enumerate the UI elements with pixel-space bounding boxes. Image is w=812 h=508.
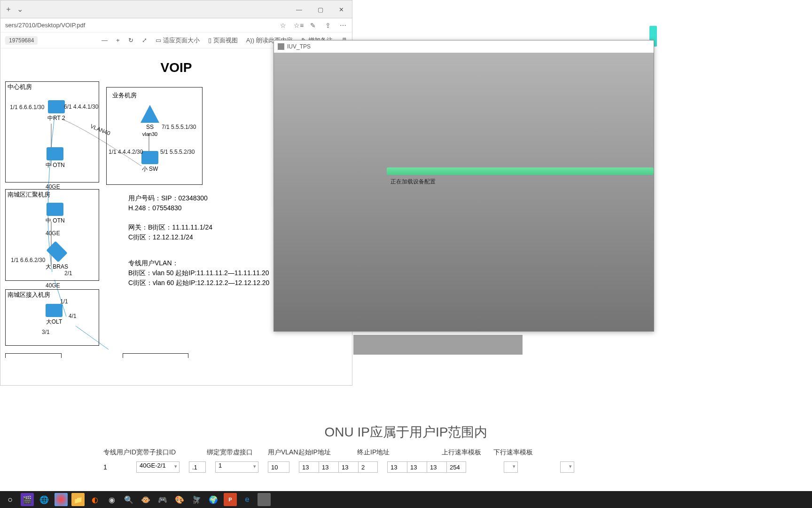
ip-bras-right: 2/1	[64, 270, 72, 277]
subif-dot-input[interactable]	[189, 461, 206, 473]
taskbar-app-icon[interactable]	[258, 493, 271, 506]
end-ip-input	[387, 461, 466, 473]
device-otn1: 中 OTN	[46, 147, 65, 169]
close-button[interactable]: ✕	[331, 0, 352, 18]
zoom-in-button[interactable]: +	[116, 37, 120, 44]
start-button[interactable]: ○	[4, 493, 17, 506]
start-ip-o3[interactable]	[338, 461, 358, 473]
uprate-select[interactable]	[504, 461, 518, 473]
end-ip-o1[interactable]	[387, 461, 407, 473]
share-icon[interactable]: ⇪	[324, 22, 332, 29]
ip-olt-1: 1/1	[60, 298, 68, 305]
taskbar-ppt-icon[interactable]: P	[224, 493, 237, 506]
hdr-up: 上行速率模板	[442, 448, 484, 457]
otn-icon	[47, 147, 63, 160]
otn-icon	[47, 203, 63, 216]
taskbar-chrome-icon[interactable]: 🌐	[38, 493, 51, 506]
pen-icon[interactable]: ✎	[309, 22, 317, 29]
ip-rt-right: 6/1 4.4.4.1/30	[64, 103, 98, 110]
config-header-row: 专线用户ID宽带子接口ID 绑定宽带虚接口 用户VLAN起始IP地址 终止IP地…	[9, 446, 803, 459]
favorites-icon[interactable]: ☆≡	[294, 22, 302, 29]
taskbar-gamepad-icon[interactable]: 🎮	[156, 493, 169, 506]
end-ip-o4[interactable]	[446, 461, 466, 473]
window-controls: — ▢ ✕	[289, 0, 352, 18]
tab-chevron-icon[interactable]: ⌄	[14, 4, 25, 15]
room-access-title: 南城区接入机房	[8, 291, 50, 299]
zoom-out-button[interactable]: —	[102, 37, 108, 44]
subif-select[interactable]: 40GE-2/1	[136, 461, 180, 473]
ip-ss-right: 7/1 5.5.5.1/30	[162, 124, 196, 130]
taskbar-clap-icon[interactable]: 🎬	[21, 493, 34, 506]
start-ip-o1[interactable]	[299, 461, 319, 473]
minimize-button[interactable]: —	[289, 0, 310, 18]
expand-button[interactable]: ⤢	[142, 37, 147, 44]
row-id: 1	[103, 463, 127, 471]
vlan-info-block: 专线用户VLAN： B街区：vlan 50 起始IP:11.11.11.2—11…	[128, 258, 269, 288]
end-ip-o2[interactable]	[407, 461, 427, 473]
hdr-end-ip: 终止IP地址	[357, 448, 432, 457]
downrate-select[interactable]	[560, 461, 574, 473]
address-bar: sers/27010/Desktop/VOIP.pdf ☆ ☆≡ ✎ ⇪ ⋯	[0, 18, 352, 32]
ip-bras-left: 1/1 6.6.6.2/30	[11, 257, 45, 263]
url-text[interactable]: sers/27010/Desktop/VOIP.pdf	[5, 22, 279, 29]
page-view-button[interactable]: ▯ 页面视图	[208, 36, 238, 45]
dialog-title: IUV_TPS	[287, 43, 311, 50]
ip-rt-left: 1/1 6.6.6.1/30	[10, 104, 44, 111]
rotate-button[interactable]: ↻	[128, 37, 133, 44]
device-olt: 大OLT	[46, 304, 62, 326]
taskbar-steam-icon[interactable]: ◉	[105, 493, 118, 506]
hdr-bind: 绑定宽带虚接口	[207, 448, 258, 457]
ip-sw-right: 5/1 5.5.5.2/30	[160, 149, 195, 155]
gateway-info-block: 网关：B街区：11.11.11.1/24 C街区：12.12.12.1/24	[128, 222, 212, 242]
hdr-down: 下行速率模板	[493, 448, 536, 457]
taskbar: ○ 🎬 🌐 📁 ◐ ◉ 🔍 🐵 🎮 🎨 🪰 🌍 P e	[0, 491, 812, 508]
room-biz-title: 业务机房	[112, 91, 137, 100]
taskbar-blender-icon[interactable]: ◐	[88, 493, 102, 506]
maximize-button[interactable]: ▢	[310, 0, 331, 18]
config-note: ONU IP应属于用户IP范围内	[9, 423, 803, 441]
taskbar-search-icon[interactable]: 🔍	[122, 493, 135, 506]
progress-status: 正在加载设备配置	[390, 178, 436, 186]
user-info-block: 用户号码：SIP：02348300 H.248：07554830	[128, 193, 208, 213]
device-sw: 小 SW	[141, 151, 158, 173]
grey-panel-fragment	[353, 335, 523, 355]
taskbar-fly-icon[interactable]: 🪰	[190, 493, 203, 506]
dialog-titlebar[interactable]: IUV_TPS	[274, 40, 654, 53]
taskbar-monkey-icon[interactable]: 🐵	[139, 493, 152, 506]
taskbar-files-icon[interactable]: 📁	[71, 493, 85, 506]
device-ss: SS vlan30	[141, 105, 159, 137]
hdr-userid: 专线用户ID宽带子接口ID	[103, 448, 197, 457]
device-rt2: 中RT 2	[47, 100, 65, 122]
olt-icon	[46, 304, 62, 317]
config-panel: ONU IP应属于用户IP范围内 专线用户ID宽带子接口ID 绑定宽带虚接口 用…	[0, 423, 812, 475]
loading-dialog: IUV_TPS 正在加载设备配置	[273, 40, 654, 332]
ip-olt-4: 4/1	[69, 313, 77, 319]
start-ip-o4[interactable]	[358, 461, 378, 473]
fit-page-button[interactable]: ▭ 适应页面大小	[156, 36, 200, 45]
app-icon	[278, 43, 284, 50]
taskbar-edge-icon[interactable]: e	[241, 493, 254, 506]
progress-bar	[387, 167, 654, 175]
taskbar-globe-icon[interactable]: 🌍	[207, 493, 220, 506]
device-bras: 大 BRAS	[46, 245, 68, 271]
page-indicator[interactable]: 19759684	[5, 36, 38, 45]
start-ip-o2[interactable]	[319, 461, 338, 473]
room-frag2	[123, 353, 188, 358]
hdr-vlan-start: 用户VLAN起始IP地址	[268, 448, 348, 457]
star-icon[interactable]: ☆	[279, 22, 287, 29]
taskbar-paint-icon[interactable]	[55, 493, 68, 506]
room-center-title: 中心机房	[8, 83, 32, 91]
vlan-input[interactable]	[268, 461, 289, 473]
new-tab-button[interactable]: +	[3, 4, 14, 15]
ip-olt-3: 3/1	[42, 329, 50, 335]
40ge-label-2: 40GE	[46, 230, 60, 237]
end-ip-o3[interactable]	[427, 461, 446, 473]
taskbar-brush-icon[interactable]: 🎨	[173, 493, 186, 506]
40ge-label-3: 40GE	[46, 282, 60, 289]
ip-sw-left: 1/1 4.4.4.2/30	[109, 149, 143, 155]
config-data-row: 1 40GE-2/1 1	[9, 459, 803, 475]
start-ip-input	[299, 461, 378, 473]
device-otn2: 中 OTN	[46, 203, 65, 225]
bind-select[interactable]: 1	[215, 461, 258, 473]
more-icon[interactable]: ⋯	[339, 22, 347, 29]
